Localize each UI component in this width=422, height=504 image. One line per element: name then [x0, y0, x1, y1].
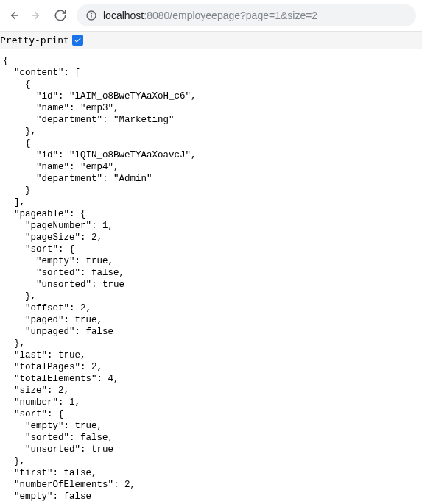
check-icon [74, 36, 82, 44]
url-port: :8080 [144, 10, 169, 21]
pretty-print-label: Pretty-print [0, 35, 69, 46]
pretty-print-checkbox[interactable] [72, 35, 83, 46]
url-path: /employeepage?page=1&size=2 [169, 10, 317, 21]
address-bar[interactable]: localhost:8080/employeepage?page=1&size=… [77, 4, 416, 26]
reload-button[interactable] [53, 8, 68, 23]
json-response-body: { "content": [ { "id": "lAIM_o8BweTYAaXo… [0, 49, 422, 504]
svg-point-4 [91, 13, 91, 13]
back-button[interactable] [6, 8, 21, 23]
pretty-print-bar: Pretty-print [0, 31, 422, 49]
site-info-icon[interactable] [85, 10, 97, 21]
url-text: localhost:8080/employeepage?page=1&size=… [103, 10, 317, 21]
url-host: localhost [103, 10, 144, 21]
forward-button[interactable] [29, 8, 44, 23]
browser-toolbar: localhost:8080/employeepage?page=1&size=… [0, 0, 422, 31]
